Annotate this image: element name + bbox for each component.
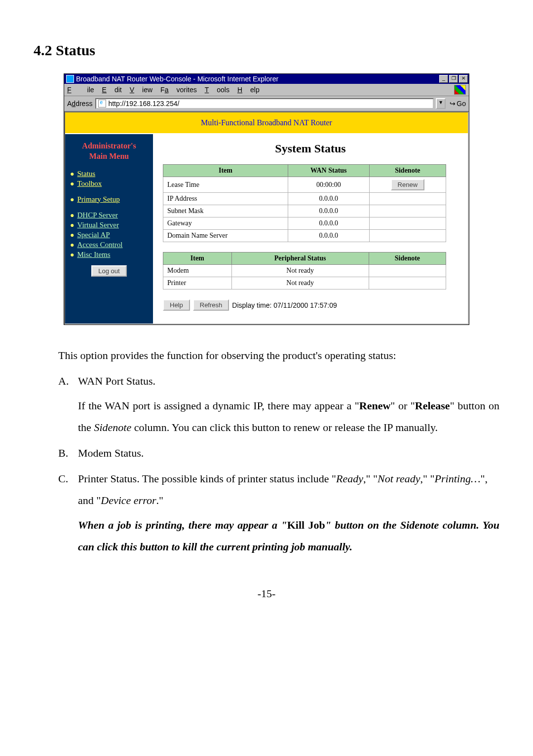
sidebar-item-primary-setup[interactable]: ●Primary Setup [70, 194, 153, 204]
sidebar-item-virtual-server[interactable]: ●Virtual Server [70, 220, 153, 230]
restore-button[interactable]: ❐ [449, 75, 458, 83]
address-dropdown[interactable]: ▼ [436, 98, 446, 109]
table-row: Domain Name Server0.0.0.0 [163, 230, 446, 242]
wan-status-table: Item WAN Status Sidenote Lease Time 00:0… [163, 164, 446, 242]
sidebar: Administrator's Main Menu ●Status ●Toolb… [65, 134, 153, 324]
display-time: Display time: 07/11/2000 17:57:09 [232, 301, 337, 309]
item-b-title: Modem Status. [78, 442, 499, 464]
logout-button[interactable]: Log out [91, 265, 126, 277]
main-content: System Status Item WAN Status Sidenote L… [153, 134, 468, 324]
menu-tools[interactable]: Tools [205, 86, 229, 94]
peripheral-table: Item Peripheral Status Sidenote ModemNot… [163, 252, 446, 289]
section-heading: 4.2 Status [34, 42, 499, 59]
address-input[interactable]: http://192.168.123.254/ [95, 98, 434, 109]
item-c-note: When a job is printing, there may appear… [78, 514, 499, 558]
menu-favorites[interactable]: Favorites [160, 86, 197, 94]
table-row: ModemNot ready [163, 265, 446, 277]
page-content: Multi-Functional Broadband NAT Router Ad… [64, 111, 469, 324]
col-item: Item [163, 165, 288, 177]
item-a-body: If the WAN port is assigned a dynamic IP… [78, 395, 499, 438]
windows-logo-icon [454, 85, 466, 95]
go-button[interactable]: ↪ Go [450, 100, 466, 108]
renew-button[interactable]: Renew [391, 179, 424, 190]
table-row: Lease Time 00:00:00 Renew [163, 177, 446, 193]
url-text: http://192.168.123.254/ [108, 100, 179, 108]
router-banner: Multi-Functional Broadband NAT Router [65, 112, 468, 134]
table-row: PrinterNot ready [163, 277, 446, 289]
menu-help[interactable]: Help [237, 86, 260, 94]
col-sidenote: Sidenote [369, 252, 446, 265]
sidebar-item-toolbox[interactable]: ●Toolbox [70, 179, 153, 188]
menu-edit[interactable]: Edit [102, 86, 122, 94]
menubar: File Edit View Favorites Tools Help [64, 84, 469, 96]
item-c-marker: C. [58, 468, 78, 511]
col-peripheral: Peripheral Status [231, 252, 369, 265]
page-number: -15- [34, 587, 499, 600]
col-item: Item [163, 252, 232, 265]
sidebar-item-status[interactable]: ●Status [70, 169, 153, 179]
page-title: System Status [163, 142, 458, 155]
sidebar-item-special-ap[interactable]: ●Special AP [70, 230, 153, 240]
col-wan: WAN Status [288, 165, 369, 177]
col-sidenote: Sidenote [369, 165, 446, 177]
intro-text: This option provides the function for ob… [58, 345, 499, 366]
sidebar-item-misc[interactable]: ●Misc Items [70, 250, 153, 259]
sidebar-item-dhcp[interactable]: ●DHCP Server [70, 210, 153, 220]
window-titlebar: Broadband NAT Router Web-Console - Micro… [64, 74, 469, 84]
item-a-marker: A. [58, 370, 78, 392]
minimize-button[interactable]: _ [439, 75, 448, 83]
address-label: Address [67, 100, 92, 108]
menu-file[interactable]: File [67, 86, 94, 94]
close-button[interactable]: ✕ [459, 75, 468, 83]
table-row: Subnet Mask0.0.0.0 [163, 205, 446, 217]
sidebar-item-access-control[interactable]: ●Access Control [70, 240, 153, 250]
item-b-marker: B. [58, 442, 78, 464]
page-icon [98, 100, 106, 108]
browser-window: Broadband NAT Router Web-Console - Micro… [64, 73, 469, 325]
table-row: IP Address0.0.0.0 [163, 193, 446, 205]
admin-title: Administrator's Main Menu [65, 139, 153, 169]
help-button[interactable]: Help [163, 299, 190, 311]
document-body: This option provides the function for ob… [34, 345, 499, 558]
go-icon: ↪ [450, 100, 456, 108]
table-row: Gateway0.0.0.0 [163, 217, 446, 230]
menu-view[interactable]: View [130, 86, 152, 94]
window-title: Broadband NAT Router Web-Console - Micro… [76, 75, 438, 83]
address-bar: Address http://192.168.123.254/ ▼ ↪ Go [64, 96, 469, 111]
item-c-body: Printer Status. The possible kinds of pr… [78, 468, 499, 511]
ie-icon [66, 75, 74, 83]
refresh-button[interactable]: Refresh [193, 299, 229, 311]
item-a-title: WAN Port Status. [78, 370, 499, 392]
